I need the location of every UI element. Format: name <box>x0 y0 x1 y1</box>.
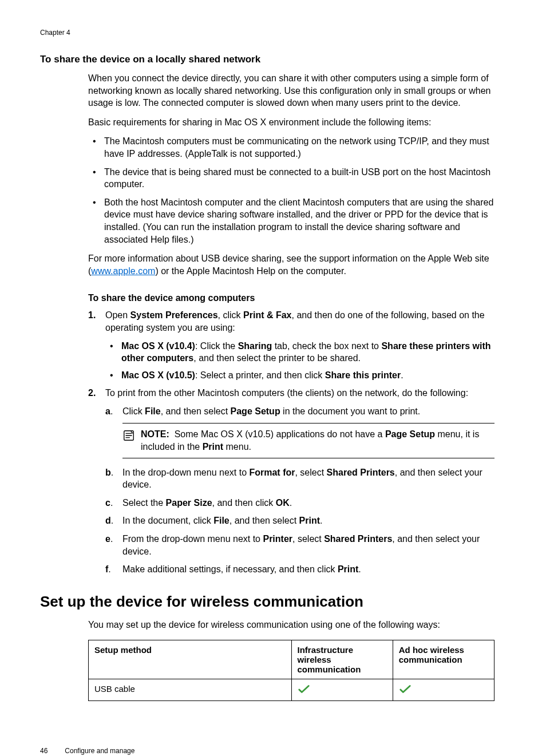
bold-text: Print & Fax <box>243 310 291 320</box>
page-footer: 46 Configure and manage <box>40 747 494 755</box>
intro-paragraph-1: When you connect the device directly, yo… <box>88 72 494 109</box>
wireless-intro: You may set up the device for wireless c… <box>88 619 494 631</box>
bold-text: Shared Printers <box>327 468 395 477</box>
text: Click <box>122 406 145 416</box>
text: Make additional settings, if necessary, … <box>122 564 338 574</box>
bold-text: Print <box>338 564 358 574</box>
list-item: Both the host Macintosh computer and the… <box>88 196 494 246</box>
text: : Click the <box>195 341 238 351</box>
step-1: 1. Open System Preferences, click Print … <box>88 309 494 381</box>
text: Open <box>105 310 130 320</box>
os-options-list: Mac OS X (v10.4): Click the Sharing tab,… <box>105 340 494 382</box>
text: , and then select <box>230 516 299 525</box>
intro-paragraph-2: Basic requirements for sharing in Mac OS… <box>88 116 494 129</box>
substep-letter: e. <box>105 533 113 545</box>
list-item: The Macintosh computers must be communic… <box>88 135 494 160</box>
text: , and then click <box>212 498 276 508</box>
substep-c: c. Select the Paper Size, and then click… <box>105 497 494 509</box>
substep-letter: f. <box>105 563 111 576</box>
bold-text: Printer <box>263 534 292 544</box>
step-number: 1. <box>88 309 96 322</box>
substep-a: a. Click File, and then select Page Setu… <box>105 405 494 458</box>
text: , select <box>292 534 324 544</box>
text: , select <box>295 468 326 477</box>
apple-link[interactable]: www.apple.com <box>91 266 155 276</box>
text: , and then select <box>161 406 231 416</box>
list-item: The device that is being shared must be … <box>88 166 494 191</box>
col-header-method: Setup method <box>89 640 292 679</box>
cell-adhoc <box>393 679 494 701</box>
substeps-list: a. Click File, and then select Page Setu… <box>105 405 494 576</box>
bold-text: Mac OS X (v10.4) <box>121 341 195 351</box>
text: To print from the other Macintosh comput… <box>105 388 468 398</box>
text: menu. <box>223 442 251 452</box>
bold-text: Shared Printers <box>324 534 392 544</box>
text: In the document, click <box>122 516 213 525</box>
note-text: NOTE: Some Mac OS X (v10.5) applications… <box>141 428 494 453</box>
checkmark-icon <box>399 684 412 696</box>
text: : Select a printer, and then click <box>195 370 325 380</box>
col-header-infra: Infrastructure wireless communication <box>291 640 393 679</box>
substep-letter: b. <box>105 466 113 479</box>
substep-b: b. In the drop-down menu next to Format … <box>105 466 494 491</box>
cell-method: USB cable <box>89 679 292 701</box>
more-info-paragraph: For more information about USB device sh… <box>88 252 494 277</box>
bold-text: Format for <box>249 468 295 477</box>
bold-text: System Preferences <box>130 310 218 320</box>
step-2: 2. To print from the other Macintosh com… <box>88 387 494 576</box>
substep-letter: c. <box>105 497 113 509</box>
bold-text: Paper Size <box>166 498 212 508</box>
text: . <box>401 370 403 380</box>
text: Select the <box>122 498 166 508</box>
section-heading: To share the device on a locally shared … <box>40 54 494 65</box>
bold-text: Mac OS X (v10.5) <box>121 370 195 380</box>
note-label: NOTE: <box>141 429 169 439</box>
text: , click <box>218 310 243 320</box>
step-number: 2. <box>88 387 96 399</box>
substep-f: f. Make additional settings, if necessar… <box>105 563 494 576</box>
setup-table: Setup method Infrastructure wireless com… <box>88 640 494 701</box>
chapter-label: Chapter 4 <box>40 29 494 37</box>
share-subheading: To share the device among computers <box>88 293 494 303</box>
list-item: Mac OS X (v10.4): Click the Sharing tab,… <box>105 340 494 365</box>
text: , and then select the printer to be shar… <box>193 353 361 363</box>
steps-list: 1. Open System Preferences, click Print … <box>88 309 494 576</box>
table-row: USB cable <box>89 679 494 701</box>
text: From the drop-down menu next to <box>122 534 263 544</box>
bold-text: Share this printer <box>325 370 401 380</box>
bold-text: Page Setup <box>231 406 280 416</box>
substep-letter: d. <box>105 514 113 527</box>
text: . <box>290 498 292 508</box>
note-icon <box>122 429 135 442</box>
checkmark-icon <box>298 684 310 696</box>
bold-text: File <box>213 516 230 525</box>
note-box: NOTE: Some Mac OS X (v10.5) applications… <box>122 423 494 458</box>
text: . <box>320 516 322 525</box>
substep-letter: a. <box>105 405 113 418</box>
main-heading: Set up the device for wireless communica… <box>40 593 494 611</box>
text: . <box>358 564 361 574</box>
col-header-adhoc: Ad hoc wireless communication <box>393 640 494 679</box>
text: ) or the Apple Macintosh Help on the com… <box>155 266 346 276</box>
list-item: Mac OS X (v10.5): Select a printer, and … <box>105 369 494 382</box>
bold-text: Print <box>203 442 223 452</box>
footer-title: Configure and manage <box>65 747 134 755</box>
bold-text: Print <box>299 516 320 525</box>
bold-text: OK <box>276 498 290 508</box>
substep-e: e. From the drop-down menu next to Print… <box>105 533 494 557</box>
page-number: 46 <box>40 747 48 755</box>
text: Some Mac OS X (v10.5) applications do no… <box>175 429 385 439</box>
wireless-section: You may set up the device for wireless c… <box>88 619 494 702</box>
bold-text: Page Setup <box>385 429 435 439</box>
text: In the drop-down menu next to <box>122 468 249 477</box>
bold-text: Sharing <box>238 341 272 351</box>
text: in the document you want to print. <box>280 406 421 416</box>
requirements-list: The Macintosh computers must be communic… <box>88 135 494 246</box>
substep-d: d. In the document, click File, and then… <box>105 514 494 527</box>
text: tab, check the box next to <box>272 341 381 351</box>
cell-infra <box>291 679 393 701</box>
table-row: Setup method Infrastructure wireless com… <box>89 640 494 679</box>
body-content: When you connect the device directly, yo… <box>88 72 494 576</box>
bold-text: File <box>145 406 161 416</box>
